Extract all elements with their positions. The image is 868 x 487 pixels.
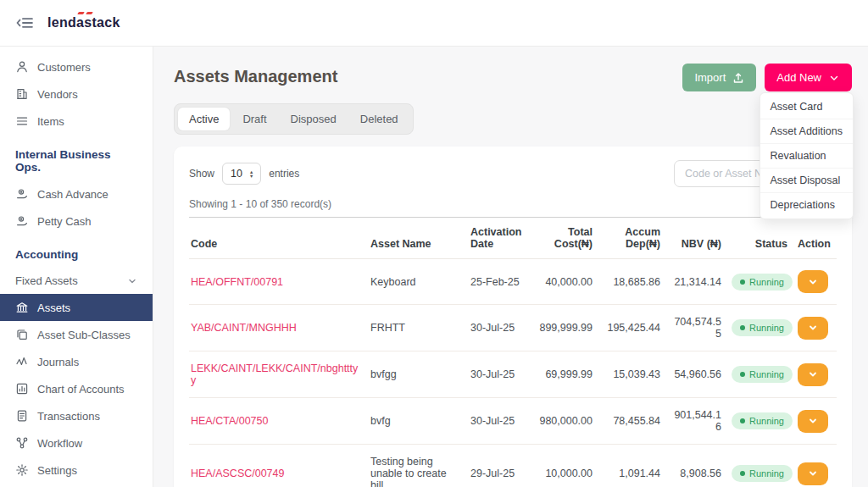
accum-dep: 1,091.44 bbox=[598, 445, 665, 487]
row-action-button[interactable] bbox=[798, 410, 828, 433]
sidebar-item-petty-cash[interactable]: Petty Cash bbox=[0, 208, 153, 235]
sidebar-item-chart-of-accounts[interactable]: Chart of Accounts bbox=[0, 375, 153, 402]
records-summary: Showing 1 - 10 of 350 record(s) bbox=[189, 198, 837, 210]
bank-icon bbox=[15, 301, 29, 314]
sidebar-item-label: Customers bbox=[37, 61, 91, 74]
chevron-down-icon bbox=[808, 416, 818, 426]
sidebar-item-items[interactable]: Items bbox=[0, 108, 153, 135]
tab-active[interactable]: Active bbox=[178, 108, 230, 130]
asset-code-link[interactable]: LEKK/CAINT/LEKK/CAINT/nbghtttyy bbox=[189, 351, 365, 398]
tab-disposed[interactable]: Disposed bbox=[280, 108, 348, 130]
chevron-down-icon bbox=[808, 369, 818, 379]
row-action-button[interactable] bbox=[798, 363, 828, 386]
accum-dep: 18,685.86 bbox=[598, 259, 665, 305]
show-label: Show bbox=[189, 168, 214, 180]
page-title: Assets Management bbox=[174, 64, 337, 86]
col-action: Action bbox=[793, 218, 837, 259]
sidebar-item-label: Cash Advance bbox=[37, 188, 108, 201]
page-size-value: 10 bbox=[231, 168, 242, 180]
status-badge: Running bbox=[732, 274, 793, 291]
import-button[interactable]: Import bbox=[682, 64, 756, 91]
status-tabs: Active Draft Disposed Deleted bbox=[174, 103, 414, 135]
gear-icon bbox=[15, 463, 29, 477]
menu-item-asset-additions[interactable]: Asset Additions bbox=[760, 119, 853, 144]
sidebar: Customers Vendors Items Internal Busines… bbox=[0, 47, 153, 487]
chevron-down-icon bbox=[808, 277, 818, 287]
menu-item-depreciations[interactable]: Depreciations bbox=[760, 193, 853, 217]
asset-name: bvfgg bbox=[365, 351, 465, 398]
app-logo: lendastack bbox=[47, 15, 120, 30]
sidebar-toggle-icon[interactable] bbox=[15, 14, 34, 32]
sidebar-item-settings[interactable]: Settings bbox=[0, 457, 153, 484]
asset-name: Testing being unable to create bill bbox=[365, 445, 465, 487]
sidebar-item-label: Transactions bbox=[37, 410, 100, 423]
menu-item-asset-card[interactable]: Asset Card bbox=[760, 95, 853, 119]
sidebar-item-label: Items bbox=[37, 115, 64, 128]
activation-date: 25-Feb-25 bbox=[465, 259, 528, 305]
table-row: HEA/OFFNT/00791 Keyboard 25-Feb-25 40,00… bbox=[189, 259, 837, 305]
chevron-down-icon bbox=[828, 72, 840, 84]
activity-icon bbox=[15, 355, 29, 368]
asset-name: Keyboard bbox=[365, 259, 465, 305]
page-size-select[interactable]: 10 ▴▾ bbox=[222, 163, 261, 185]
sidebar-item-assets[interactable]: Assets bbox=[0, 294, 153, 321]
tab-deleted[interactable]: Deleted bbox=[349, 108, 409, 130]
sidebar-item-label: Assets bbox=[37, 302, 70, 314]
total-cost: 899,999.99 bbox=[528, 305, 598, 351]
nbv: 21,314.14 bbox=[665, 259, 726, 305]
col-nbv: NBV (₦) bbox=[665, 218, 726, 259]
sidebar-section-internal-business-ops: Internal Business Ops. bbox=[0, 135, 153, 180]
sidebar-section-accounting: Accounting bbox=[0, 235, 153, 268]
topbar: lendastack bbox=[0, 0, 868, 47]
sidebar-item-cash-advance[interactable]: Cash Advance bbox=[0, 180, 153, 208]
row-action-button[interactable] bbox=[798, 462, 828, 485]
asset-code-link[interactable]: HEA/OFFNT/00791 bbox=[189, 259, 365, 305]
sidebar-item-vendors[interactable]: Vendors bbox=[0, 80, 153, 108]
col-activation-date: Activation Date bbox=[465, 218, 528, 259]
table-row: HEA/CTA/00750 bvfg 30-Jul-25 980,000.00 … bbox=[189, 398, 837, 445]
sidebar-item-label: Journals bbox=[37, 356, 79, 368]
sidebar-item-transactions[interactable]: Transactions bbox=[0, 402, 153, 429]
spinner-arrows-icon: ▴▾ bbox=[250, 169, 253, 178]
sidebar-item-journals[interactable]: Journals bbox=[0, 348, 153, 375]
add-new-button[interactable]: Add New bbox=[765, 64, 852, 91]
row-action-button[interactable] bbox=[798, 317, 828, 340]
sidebar-item-fixed-assets[interactable]: Fixed Assets bbox=[0, 268, 153, 294]
col-total-cost: Total Cost(₦) bbox=[528, 218, 598, 259]
table-header-row: Code Asset Name Activation Date Total Co… bbox=[189, 218, 837, 259]
activation-date: 29-Jul-25 bbox=[465, 445, 528, 487]
row-action-button[interactable] bbox=[798, 270, 828, 293]
assets-table: Code Asset Name Activation Date Total Co… bbox=[189, 217, 837, 487]
tab-draft[interactable]: Draft bbox=[231, 108, 277, 130]
sidebar-item-customers[interactable]: Customers bbox=[0, 53, 153, 80]
table-row: LEKK/CAINT/LEKK/CAINT/nbghtttyy bvfgg 30… bbox=[189, 351, 837, 398]
add-new-button-label: Add New bbox=[776, 71, 821, 84]
accum-dep: 15,039.43 bbox=[598, 351, 665, 398]
asset-code-link[interactable]: HEA/CTA/00750 bbox=[189, 398, 365, 445]
asset-code-link[interactable]: HEA/ASCSC/00749 bbox=[189, 445, 365, 487]
total-cost: 10,000.00 bbox=[528, 445, 598, 487]
nbv: 704,574.55 bbox=[665, 305, 726, 351]
bar-chart-icon bbox=[15, 382, 29, 396]
asset-code-link[interactable]: YAB/CAINT/MNGHHH bbox=[189, 305, 365, 351]
sidebar-item-label: Settings bbox=[37, 464, 77, 477]
activation-date: 30-Jul-25 bbox=[465, 305, 528, 351]
sidebar-item-label: Vendors bbox=[37, 88, 78, 101]
total-cost: 980,000.00 bbox=[528, 398, 598, 445]
col-accum-dep: Accum Dep(₦) bbox=[598, 218, 665, 259]
menu-item-revaluation[interactable]: Revaluation bbox=[760, 144, 853, 169]
activation-date: 30-Jul-25 bbox=[465, 351, 528, 398]
chevron-down-icon bbox=[808, 468, 818, 479]
table-row: YAB/CAINT/MNGHHH FRHTT 30-Jul-25 899,999… bbox=[189, 305, 837, 351]
person-icon bbox=[15, 60, 29, 74]
add-new-dropdown-menu: Asset Card Asset Additions Revaluation A… bbox=[760, 92, 854, 219]
menu-item-asset-disposal[interactable]: Asset Disposal bbox=[760, 169, 853, 193]
cash-hand-icon bbox=[15, 214, 29, 228]
sidebar-item-workflow[interactable]: Workflow bbox=[0, 429, 153, 457]
sidebar-item-label: Asset Sub-Classes bbox=[37, 329, 131, 341]
sidebar-item-asset-sub-classes[interactable]: Asset Sub-Classes bbox=[0, 321, 153, 348]
workflow-icon bbox=[15, 436, 29, 450]
chevron-down-icon bbox=[127, 276, 137, 286]
total-cost: 69,999.99 bbox=[528, 351, 598, 398]
import-button-label: Import bbox=[694, 71, 726, 84]
